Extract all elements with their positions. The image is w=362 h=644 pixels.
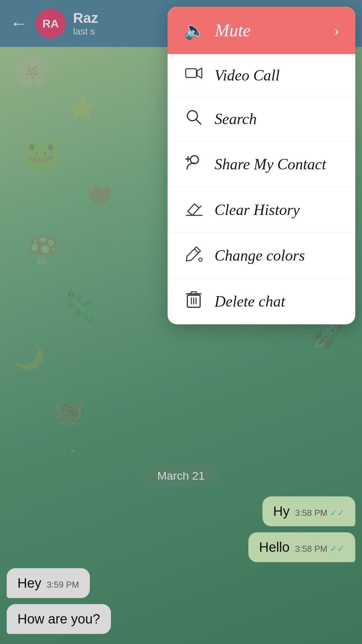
menu-item-delete-chat[interactable]: Delete chat (168, 278, 355, 324)
clear-history-label: Clear History (215, 201, 300, 219)
video-call-icon (184, 67, 204, 84)
svg-rect-0 (186, 69, 196, 77)
change-colors-icon (184, 245, 204, 266)
share-contact-label: Share My Contact (215, 155, 326, 173)
svg-line-3 (196, 119, 201, 124)
mute-label: Mute (215, 20, 334, 40)
delete-chat-label: Delete chat (215, 292, 285, 310)
menu-item-search[interactable]: Search (168, 96, 355, 141)
search-label: Search (215, 110, 257, 128)
video-call-label: Video Call (215, 66, 280, 84)
clear-history-icon (184, 199, 204, 220)
dropdown-menu: 🔈 Mute › Video Call Search (168, 7, 355, 324)
share-contact-icon (184, 154, 204, 175)
svg-line-8 (194, 249, 198, 253)
svg-marker-1 (197, 68, 202, 78)
delete-chat-icon (184, 290, 204, 312)
search-icon (184, 109, 204, 129)
svg-point-9 (199, 258, 202, 261)
menu-item-change-colors[interactable]: Change colors (168, 232, 355, 278)
change-colors-label: Change colors (215, 247, 305, 264)
mute-icon: 🔈 (184, 20, 205, 41)
menu-item-video-call[interactable]: Video Call (168, 54, 355, 96)
menu-item-mute[interactable]: 🔈 Mute › (168, 7, 355, 54)
menu-item-clear-history[interactable]: Clear History (168, 187, 355, 232)
menu-item-share-contact[interactable]: Share My Contact (168, 141, 355, 187)
chevron-right-icon: › (334, 21, 339, 39)
